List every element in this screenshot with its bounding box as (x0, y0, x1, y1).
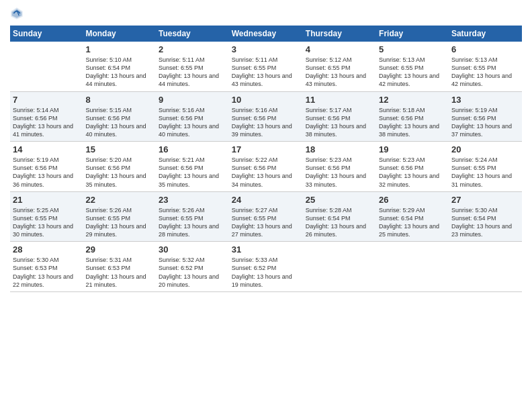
day-number: 26 (379, 195, 446, 205)
day-number: 2 (159, 44, 226, 54)
day-info: Sunrise: 5:26 AMSunset: 6:55 PMDaylight:… (159, 207, 219, 238)
day-number: 23 (159, 195, 226, 205)
day-number: 17 (232, 144, 300, 154)
weekday-header-tuesday: Tuesday (156, 26, 229, 42)
day-info: Sunrise: 5:25 AMSunset: 6:55 PMDaylight:… (13, 207, 73, 238)
calendar-cell: 20 Sunrise: 5:24 AMSunset: 6:55 PMDaylig… (449, 142, 522, 192)
day-number: 31 (232, 244, 300, 255)
day-info: Sunrise: 5:33 AMSunset: 6:52 PMDaylight:… (232, 257, 292, 287)
calendar-cell: 30 Sunrise: 5:32 AMSunset: 6:52 PMDaylig… (156, 242, 229, 292)
calendar-cell: 7 Sunrise: 5:14 AMSunset: 6:56 PMDayligh… (10, 91, 83, 142)
day-number: 18 (306, 144, 373, 154)
weekday-header-thursday: Thursday (303, 26, 376, 42)
day-info: Sunrise: 5:11 AMSunset: 6:55 PMDaylight:… (232, 56, 292, 87)
calendar-cell: 6 Sunrise: 5:13 AMSunset: 6:55 PMDayligh… (449, 42, 522, 91)
calendar-cell: 2 Sunrise: 5:11 AMSunset: 6:55 PMDayligh… (156, 42, 229, 91)
calendar-week-row: 28 Sunrise: 5:30 AMSunset: 6:53 PMDaylig… (10, 242, 522, 292)
calendar-cell: 27 Sunrise: 5:30 AMSunset: 6:54 PMDaylig… (449, 191, 522, 242)
calendar-week-row: 14 Sunrise: 5:19 AMSunset: 6:56 PMDaylig… (10, 142, 522, 192)
calendar-cell: 16 Sunrise: 5:21 AMSunset: 6:56 PMDaylig… (156, 142, 229, 192)
calendar-cell (303, 242, 376, 292)
day-info: Sunrise: 5:32 AMSunset: 6:52 PMDaylight:… (159, 257, 219, 287)
day-info: Sunrise: 5:26 AMSunset: 6:55 PMDaylight:… (85, 207, 146, 238)
day-number: 10 (232, 95, 300, 105)
day-info: Sunrise: 5:17 AMSunset: 6:56 PMDaylight:… (306, 107, 366, 138)
day-number: 13 (451, 95, 519, 105)
weekday-header-row: SundayMondayTuesdayWednesdayThursdayFrid… (10, 26, 522, 42)
calendar-cell: 14 Sunrise: 5:19 AMSunset: 6:56 PMDaylig… (10, 142, 83, 192)
calendar-cell: 17 Sunrise: 5:22 AMSunset: 6:56 PMDaylig… (229, 142, 303, 192)
logo-icon (10, 7, 24, 20)
weekday-header-monday: Monday (83, 26, 156, 42)
day-info: Sunrise: 5:14 AMSunset: 6:56 PMDaylight:… (13, 107, 73, 138)
day-number: 20 (451, 144, 519, 154)
day-info: Sunrise: 5:15 AMSunset: 6:56 PMDaylight:… (85, 107, 146, 138)
day-info: Sunrise: 5:18 AMSunset: 6:56 PMDaylight:… (379, 107, 439, 138)
day-number: 7 (13, 95, 80, 105)
calendar-cell: 18 Sunrise: 5:23 AMSunset: 6:56 PMDaylig… (303, 142, 376, 192)
calendar-cell: 21 Sunrise: 5:25 AMSunset: 6:55 PMDaylig… (10, 191, 83, 242)
day-info: Sunrise: 5:12 AMSunset: 6:55 PMDaylight:… (306, 56, 366, 87)
day-number: 4 (306, 44, 373, 54)
day-number: 5 (379, 44, 446, 54)
day-number: 19 (379, 144, 446, 154)
day-number: 24 (232, 195, 300, 205)
day-number: 8 (85, 95, 153, 105)
weekday-header-sunday: Sunday (10, 26, 83, 42)
day-info: Sunrise: 5:20 AMSunset: 6:56 PMDaylight:… (85, 156, 146, 187)
day-info: Sunrise: 5:10 AMSunset: 6:54 PMDaylight:… (85, 56, 146, 87)
day-number: 6 (451, 44, 519, 54)
logo (10, 7, 26, 20)
day-info: Sunrise: 5:30 AMSunset: 6:53 PMDaylight:… (13, 257, 73, 287)
calendar-cell: 4 Sunrise: 5:12 AMSunset: 6:55 PMDayligh… (303, 42, 376, 91)
calendar-cell (10, 42, 83, 91)
weekday-header-wednesday: Wednesday (229, 26, 303, 42)
header (10, 7, 522, 20)
day-number: 9 (159, 95, 226, 105)
calendar-cell: 11 Sunrise: 5:17 AMSunset: 6:56 PMDaylig… (303, 91, 376, 142)
day-info: Sunrise: 5:13 AMSunset: 6:55 PMDaylight:… (379, 56, 439, 87)
day-info: Sunrise: 5:28 AMSunset: 6:54 PMDaylight:… (306, 207, 366, 238)
day-number: 25 (306, 195, 373, 205)
day-number: 21 (13, 195, 80, 205)
day-number: 1 (85, 44, 153, 54)
day-number: 3 (232, 44, 300, 54)
calendar-cell: 3 Sunrise: 5:11 AMSunset: 6:55 PMDayligh… (229, 42, 303, 91)
calendar-cell: 19 Sunrise: 5:23 AMSunset: 6:56 PMDaylig… (376, 142, 449, 192)
day-number: 11 (306, 95, 373, 105)
calendar-cell: 9 Sunrise: 5:16 AMSunset: 6:56 PMDayligh… (156, 91, 229, 142)
calendar-cell: 25 Sunrise: 5:28 AMSunset: 6:54 PMDaylig… (303, 191, 376, 242)
calendar-cell: 22 Sunrise: 5:26 AMSunset: 6:55 PMDaylig… (83, 191, 156, 242)
weekday-header-saturday: Saturday (449, 26, 522, 42)
calendar-cell: 31 Sunrise: 5:33 AMSunset: 6:52 PMDaylig… (229, 242, 303, 292)
day-number: 28 (13, 244, 80, 255)
day-info: Sunrise: 5:13 AMSunset: 6:55 PMDaylight:… (451, 56, 512, 87)
calendar-cell: 5 Sunrise: 5:13 AMSunset: 6:55 PMDayligh… (376, 42, 449, 91)
calendar-table: SundayMondayTuesdayWednesdayThursdayFrid… (10, 26, 522, 292)
calendar-week-row: 7 Sunrise: 5:14 AMSunset: 6:56 PMDayligh… (10, 91, 522, 142)
day-info: Sunrise: 5:21 AMSunset: 6:56 PMDaylight:… (159, 156, 219, 187)
calendar-cell: 23 Sunrise: 5:26 AMSunset: 6:55 PMDaylig… (156, 191, 229, 242)
day-number: 14 (13, 144, 80, 154)
day-number: 22 (85, 195, 153, 205)
calendar-cell: 12 Sunrise: 5:18 AMSunset: 6:56 PMDaylig… (376, 91, 449, 142)
day-info: Sunrise: 5:23 AMSunset: 6:56 PMDaylight:… (379, 156, 439, 187)
calendar-cell: 15 Sunrise: 5:20 AMSunset: 6:56 PMDaylig… (83, 142, 156, 192)
day-info: Sunrise: 5:30 AMSunset: 6:54 PMDaylight:… (451, 207, 512, 238)
calendar-week-row: 21 Sunrise: 5:25 AMSunset: 6:55 PMDaylig… (10, 191, 522, 242)
calendar-cell (376, 242, 449, 292)
day-info: Sunrise: 5:31 AMSunset: 6:53 PMDaylight:… (85, 257, 146, 287)
calendar-cell: 13 Sunrise: 5:19 AMSunset: 6:56 PMDaylig… (449, 91, 522, 142)
main-container: SundayMondayTuesdayWednesdayThursdayFrid… (0, 0, 532, 299)
calendar-cell: 8 Sunrise: 5:15 AMSunset: 6:56 PMDayligh… (83, 91, 156, 142)
calendar-week-row: 1 Sunrise: 5:10 AMSunset: 6:54 PMDayligh… (10, 42, 522, 91)
day-info: Sunrise: 5:11 AMSunset: 6:55 PMDaylight:… (159, 56, 219, 87)
day-info: Sunrise: 5:16 AMSunset: 6:56 PMDaylight:… (159, 107, 219, 138)
day-number: 30 (159, 244, 226, 255)
day-info: Sunrise: 5:22 AMSunset: 6:56 PMDaylight:… (232, 156, 292, 187)
calendar-cell: 1 Sunrise: 5:10 AMSunset: 6:54 PMDayligh… (83, 42, 156, 91)
calendar-cell: 24 Sunrise: 5:27 AMSunset: 6:55 PMDaylig… (229, 191, 303, 242)
day-number: 16 (159, 144, 226, 154)
calendar-cell (449, 242, 522, 292)
day-info: Sunrise: 5:19 AMSunset: 6:56 PMDaylight:… (13, 156, 73, 187)
